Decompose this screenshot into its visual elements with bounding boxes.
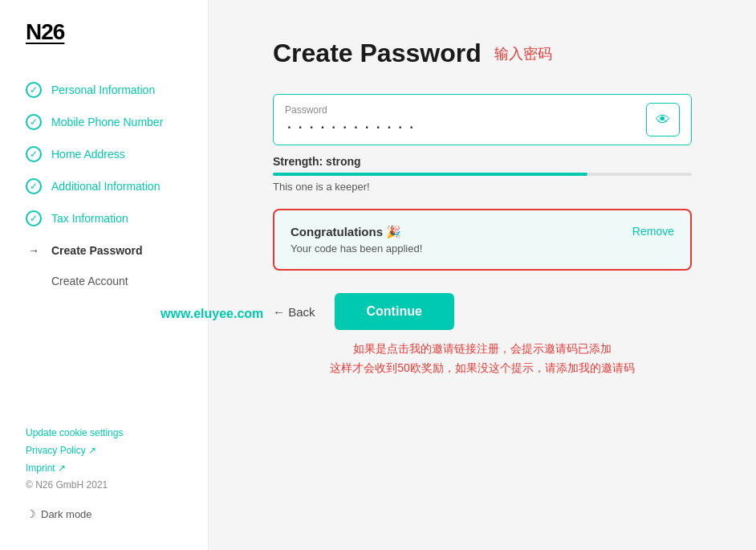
toggle-password-button[interactable]: 👁	[646, 103, 680, 136]
sidebar-item-label: Create Account	[51, 275, 128, 287]
check-icon: ✓	[26, 210, 42, 226]
sidebar-item-create-password[interactable]: → Create Password	[0, 234, 208, 267]
sidebar-item-label: Create Password	[51, 244, 143, 257]
update-cookie-link[interactable]: Update cookie settings	[26, 425, 182, 442]
sidebar-item-label: Mobile Phone Number	[51, 116, 163, 128]
sidebar-item-label: Additional Information	[51, 180, 160, 193]
strength-bar-fill	[273, 173, 587, 176]
moon-icon: ☽	[26, 504, 36, 524]
strength-message: This one is a keeper!	[273, 181, 692, 193]
sidebar-item-create-account[interactable]: Create Account	[0, 267, 208, 295]
page-title-row: Create Password 输入密码	[273, 39, 692, 68]
arrow-right-icon: →	[26, 242, 42, 259]
dark-mode-label: Dark mode	[41, 505, 92, 524]
page-title: Create Password	[273, 39, 482, 68]
password-field-container: Password ············ 👁	[273, 94, 692, 145]
check-icon: ✓	[26, 178, 42, 194]
congrats-subtitle: Your code has been applied!	[291, 242, 620, 255]
sidebar-item-label: Home Address	[51, 148, 125, 161]
back-button[interactable]: ← Back	[273, 305, 315, 319]
field-inner: Password ············	[285, 104, 646, 136]
nav-buttons: ← Back Continue	[273, 293, 692, 330]
sidebar-item-personal-info[interactable]: ✓ Personal Information	[0, 74, 208, 106]
sidebar-item-label: Tax Information	[51, 212, 128, 225]
sidebar-item-home-address[interactable]: ✓ Home Address	[0, 138, 208, 170]
annotation-line-1: 如果是点击我的邀请链接注册，会提示邀请码已添加	[273, 340, 692, 359]
page-title-annotation: 输入密码	[494, 44, 552, 63]
eye-icon: 👁	[656, 112, 670, 128]
check-icon: ✓	[26, 82, 42, 98]
logo: N26	[0, 19, 208, 74]
sidebar-item-mobile-phone[interactable]: ✓ Mobile Phone Number	[0, 106, 208, 138]
main-content: Create Password 输入密码 Password ··········…	[209, 0, 756, 550]
imprint-link[interactable]: Imprint ↗	[26, 460, 182, 478]
copyright-text: © N26 GmbH 2021	[26, 479, 108, 491]
check-icon: ✓	[26, 114, 42, 130]
check-icon: ✓	[26, 146, 42, 162]
congratulations-box: Congratulations 🎉 Your code has been app…	[273, 209, 692, 271]
remove-button[interactable]: Remove	[632, 225, 674, 238]
strength-label: Strength: strong	[273, 155, 692, 168]
continue-button[interactable]: Continue	[335, 293, 454, 330]
congrats-text: Congratulations 🎉 Your code has been app…	[291, 225, 620, 255]
sidebar: N26 ✓ Personal Information ✓ Mobile Phon…	[0, 0, 209, 550]
annotation-line-2: 这样才会收到50欧奖励，如果没这个提示，请添加我的邀请码	[273, 359, 692, 378]
password-label: Password	[285, 104, 646, 116]
sidebar-footer: Update cookie settings Privacy Policy ↗ …	[0, 412, 208, 537]
sidebar-item-additional-info[interactable]: ✓ Additional Information	[0, 170, 208, 202]
dark-mode-toggle[interactable]: ☽ Dark mode	[26, 504, 182, 524]
sidebar-item-tax-info[interactable]: ✓ Tax Information	[0, 202, 208, 234]
congrats-title: Congratulations 🎉	[291, 225, 620, 239]
sidebar-item-label: Personal Information	[51, 84, 155, 96]
strength-bar-background	[273, 173, 692, 176]
strength-section: Strength: strong This one is a keeper!	[273, 155, 692, 209]
privacy-policy-link[interactable]: Privacy Policy ↗	[26, 442, 182, 460]
password-value: ············	[285, 119, 646, 136]
annotation-block: 如果是点击我的邀请链接注册，会提示邀请码已添加 这样才会收到50欧奖励，如果没这…	[273, 340, 692, 378]
nav-list: ✓ Personal Information ✓ Mobile Phone Nu…	[0, 74, 208, 412]
